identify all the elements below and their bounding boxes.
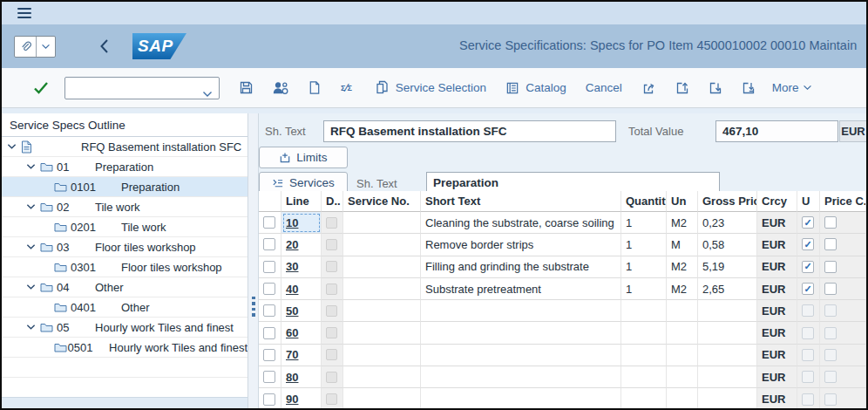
column-header-line[interactable]: Line	[281, 191, 322, 212]
sum-ratio-icon[interactable]: Σ⁄Σ	[341, 82, 352, 94]
u-checkbox[interactable]: ✓	[802, 216, 814, 229]
page-arrow-down-icon[interactable]	[708, 80, 723, 96]
cell-service-no[interactable]	[343, 300, 421, 322]
cell-un[interactable]: M	[667, 234, 698, 256]
cell-gross-price[interactable]: 0,58	[698, 234, 757, 256]
row-select-checkbox[interactable]	[263, 349, 275, 361]
price-c-checkbox[interactable]	[824, 283, 837, 295]
cell-service-no[interactable]	[343, 366, 421, 388]
column-header-select[interactable]	[259, 191, 281, 212]
cell-un[interactable]: M2	[667, 256, 698, 278]
cell-short-text[interactable]: Cleaning the substrate, coarse soiling	[421, 212, 621, 234]
expand-chevron-icon[interactable]	[26, 163, 40, 170]
price-c-checkbox[interactable]	[824, 238, 837, 250]
row-select-checkbox[interactable]	[263, 327, 275, 339]
column-header-un[interactable]: Un	[667, 191, 698, 212]
cell-quantity[interactable]	[621, 366, 667, 388]
hamburger-menu-icon[interactable]	[17, 8, 31, 18]
save-icon[interactable]	[239, 80, 254, 95]
paperclip-icon[interactable]	[15, 37, 36, 57]
confirm-check-icon[interactable]	[33, 81, 49, 94]
u-checkbox[interactable]: ✓	[802, 283, 814, 295]
cell-short-text[interactable]	[421, 388, 621, 408]
cell-quantity[interactable]	[621, 345, 667, 366]
cell-short-text[interactable]	[421, 322, 621, 344]
back-icon[interactable]	[99, 38, 109, 58]
tree-item-0401[interactable]: 0401Other	[2, 297, 248, 318]
column-header-d[interactable]: D..	[322, 191, 343, 212]
cell-un[interactable]	[667, 300, 698, 322]
price-c-checkbox[interactable]	[824, 393, 837, 406]
line-number-link[interactable]: 50	[286, 304, 298, 318]
cell-quantity[interactable]: 1	[621, 278, 667, 300]
u-checkbox[interactable]	[802, 371, 814, 383]
tree-item-02[interactable]: 02Tile work	[2, 197, 248, 217]
cell-quantity[interactable]: 1	[621, 234, 667, 256]
line-number-link[interactable]: 30	[286, 260, 298, 273]
expand-chevron-icon[interactable]	[26, 243, 40, 250]
u-checkbox[interactable]	[802, 304, 814, 317]
cell-un[interactable]: M2	[667, 278, 698, 300]
column-header-short-text[interactable]: Short Text	[421, 191, 621, 212]
line-number-link[interactable]: 90	[286, 393, 298, 406]
line-number-link[interactable]: 40	[286, 283, 298, 296]
cell-short-text[interactable]: Filling and grinding the substrate	[421, 256, 621, 278]
cell-service-no[interactable]	[343, 388, 421, 408]
cell-gross-price[interactable]: 0,23	[698, 212, 757, 234]
cell-un[interactable]	[667, 322, 698, 344]
column-header-quantity[interactable]: Quantity	[621, 191, 667, 212]
cell-gross-price[interactable]	[698, 300, 757, 322]
cell-un[interactable]	[667, 366, 698, 388]
d-checkbox[interactable]	[326, 349, 337, 360]
cancel-button[interactable]: Cancel	[586, 81, 622, 94]
cell-un[interactable]: M2	[667, 212, 698, 234]
command-input[interactable]	[69, 79, 191, 98]
line-number-link[interactable]: 80	[286, 371, 298, 384]
d-checkbox[interactable]	[326, 239, 337, 250]
expand-chevron-icon[interactable]	[26, 284, 40, 290]
price-c-checkbox[interactable]	[824, 261, 837, 273]
price-c-checkbox[interactable]	[824, 304, 837, 317]
cell-gross-price[interactable]	[698, 345, 757, 366]
cell-gross-price[interactable]: 5,19	[698, 256, 757, 278]
page-arrow-up-icon[interactable]	[675, 80, 690, 96]
tree-item-0301[interactable]: 0301Floor tiles workshop	[2, 257, 248, 277]
price-c-checkbox[interactable]	[824, 216, 837, 229]
cell-quantity[interactable]	[621, 388, 667, 408]
row-select-checkbox[interactable]	[263, 261, 275, 273]
d-checkbox[interactable]	[326, 217, 337, 229]
tree-item-05[interactable]: 05Hourly work Tiles and finest	[2, 318, 248, 338]
column-header-service-no[interactable]: Service No.	[343, 191, 421, 212]
d-checkbox[interactable]	[326, 327, 337, 338]
cell-quantity[interactable]	[621, 300, 667, 322]
cell-gross-price[interactable]: 2,65	[698, 278, 757, 300]
d-checkbox[interactable]	[326, 393, 337, 405]
cell-service-no[interactable]	[343, 322, 421, 344]
participants-icon[interactable]	[273, 81, 288, 95]
u-checkbox[interactable]: ✓	[802, 261, 814, 273]
catalog-button[interactable]: Catalog	[505, 81, 566, 95]
tree-item-0501[interactable]: 0501Hourly work Tiles and finest	[2, 338, 248, 358]
price-c-checkbox[interactable]	[824, 327, 837, 339]
create-page-icon[interactable]	[308, 80, 322, 95]
row-select-checkbox[interactable]	[263, 216, 275, 229]
panel-splitter[interactable]	[248, 113, 259, 408]
line-number-link[interactable]: 70	[286, 348, 298, 361]
d-checkbox[interactable]	[326, 261, 337, 272]
cell-service-no[interactable]	[343, 278, 421, 300]
cell-short-text[interactable]	[421, 366, 621, 388]
d-checkbox[interactable]	[326, 284, 337, 295]
cell-service-no[interactable]	[343, 345, 421, 366]
tree-item-root[interactable]: RFQ Basement installation SFC	[2, 137, 248, 157]
price-c-checkbox[interactable]	[824, 349, 837, 361]
column-header-gross-price[interactable]: Gross Price	[698, 191, 757, 212]
expand-chevron-icon[interactable]	[26, 324, 40, 331]
u-checkbox[interactable]	[802, 327, 814, 339]
limits-button[interactable]: Limits	[259, 147, 348, 168]
cell-service-no[interactable]	[343, 212, 421, 234]
cell-short-text[interactable]: Remove border strips	[421, 234, 621, 256]
combobox-chevron-down-icon[interactable]	[202, 85, 213, 101]
more-button[interactable]: More	[772, 81, 813, 94]
tree-item-0201[interactable]: 0201Tile work	[2, 217, 248, 237]
column-header-crcy[interactable]: Crcy	[757, 191, 797, 212]
